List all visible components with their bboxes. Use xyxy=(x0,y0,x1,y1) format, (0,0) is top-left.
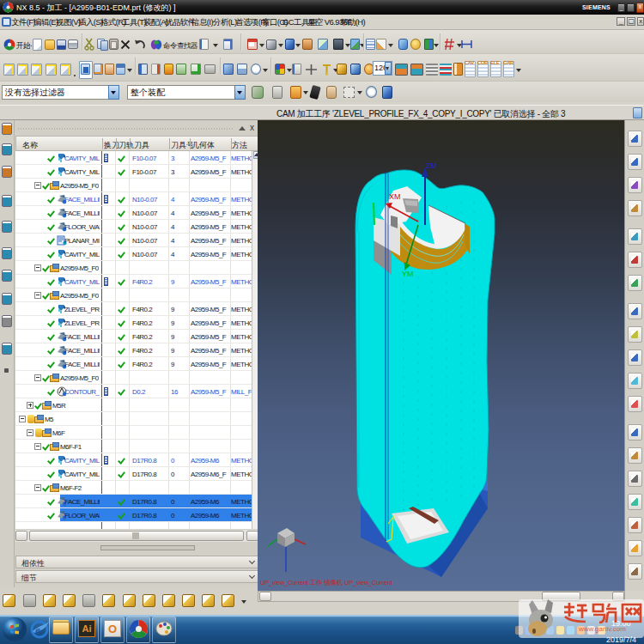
svg-text:UP_view_Current 工作 镜像机 UP_view: UP_view_Current 工作 镜像机 UP_view_Current xyxy=(260,579,393,586)
svg-text:XM: XM xyxy=(389,192,401,201)
svg-text:e: e xyxy=(35,623,40,636)
svg-text:ZM: ZM xyxy=(426,161,437,170)
svg-text:YM: YM xyxy=(402,270,414,278)
